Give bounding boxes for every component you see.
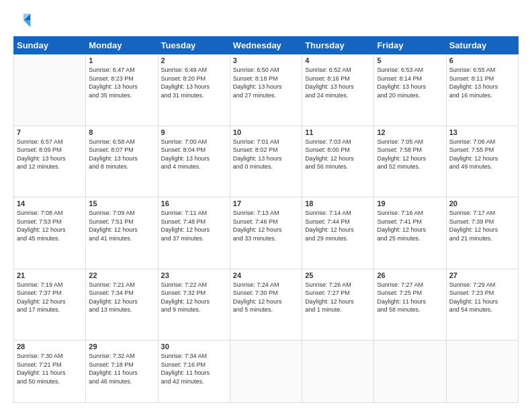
calendar-cell: 25Sunrise: 7:26 AM Sunset: 7:27 PM Dayli…: [302, 269, 374, 340]
calendar-cell: [230, 340, 302, 403]
calendar-cell: 14Sunrise: 7:08 AM Sunset: 7:53 PM Dayli…: [14, 197, 86, 269]
day-number: 23: [161, 271, 227, 279]
logo-icon: [13, 12, 32, 31]
calendar-cell: 8Sunrise: 6:58 AM Sunset: 8:07 PM Daylig…: [86, 126, 158, 197]
day-info: Sunrise: 7:00 AM Sunset: 8:04 PM Dayligh…: [161, 138, 227, 171]
calendar-cell: 12Sunrise: 7:05 AM Sunset: 7:58 PM Dayli…: [374, 126, 446, 197]
day-number: 24: [233, 271, 299, 279]
calendar-cell: [14, 54, 86, 126]
day-number: 1: [89, 56, 154, 64]
calendar-cell: 18Sunrise: 7:14 AM Sunset: 7:44 PM Dayli…: [302, 197, 374, 269]
weekday-header-sunday: Sunday: [14, 37, 86, 54]
day-number: 11: [305, 128, 371, 136]
day-number: 9: [161, 128, 227, 136]
day-info: Sunrise: 7:30 AM Sunset: 7:21 PM Dayligh…: [17, 352, 83, 385]
week-row-4: 21Sunrise: 7:19 AM Sunset: 7:37 PM Dayli…: [14, 269, 519, 340]
calendar-cell: 22Sunrise: 7:21 AM Sunset: 7:34 PM Dayli…: [86, 269, 158, 340]
day-number: 12: [377, 128, 443, 136]
day-number: 13: [449, 128, 515, 136]
day-info: Sunrise: 7:13 AM Sunset: 7:46 PM Dayligh…: [233, 209, 299, 242]
weekday-header-thursday: Thursday: [302, 37, 374, 54]
calendar-cell: 19Sunrise: 7:16 AM Sunset: 7:41 PM Dayli…: [374, 197, 446, 269]
svg-marker-1: [24, 21, 30, 28]
weekday-header-monday: Monday: [86, 37, 158, 54]
calendar-cell: [446, 340, 518, 403]
week-row-2: 7Sunrise: 6:57 AM Sunset: 8:09 PM Daylig…: [14, 126, 519, 197]
day-number: 25: [305, 271, 371, 279]
calendar-cell: 10Sunrise: 7:01 AM Sunset: 8:02 PM Dayli…: [230, 126, 302, 197]
day-info: Sunrise: 7:14 AM Sunset: 7:44 PM Dayligh…: [305, 209, 371, 242]
calendar-cell: 2Sunrise: 6:49 AM Sunset: 8:20 PM Daylig…: [158, 54, 230, 126]
day-info: Sunrise: 7:21 AM Sunset: 7:34 PM Dayligh…: [89, 281, 154, 314]
day-info: Sunrise: 7:03 AM Sunset: 8:00 PM Dayligh…: [305, 138, 371, 171]
calendar-cell: 7Sunrise: 6:57 AM Sunset: 8:09 PM Daylig…: [14, 126, 86, 197]
calendar-cell: 15Sunrise: 7:09 AM Sunset: 7:51 PM Dayli…: [86, 197, 158, 269]
week-row-3: 14Sunrise: 7:08 AM Sunset: 7:53 PM Dayli…: [14, 197, 519, 269]
calendar-cell: 11Sunrise: 7:03 AM Sunset: 8:00 PM Dayli…: [302, 126, 374, 197]
calendar-cell: 28Sunrise: 7:30 AM Sunset: 7:21 PM Dayli…: [14, 340, 86, 403]
day-number: 16: [161, 199, 227, 208]
day-info: Sunrise: 7:01 AM Sunset: 8:02 PM Dayligh…: [233, 138, 299, 171]
day-number: 3: [233, 56, 299, 64]
day-number: 29: [89, 342, 154, 351]
day-info: Sunrise: 7:27 AM Sunset: 7:25 PM Dayligh…: [377, 281, 443, 314]
day-info: Sunrise: 7:08 AM Sunset: 7:53 PM Dayligh…: [17, 209, 83, 242]
day-number: 19: [377, 199, 443, 208]
weekday-header-saturday: Saturday: [446, 37, 518, 54]
calendar-cell: 24Sunrise: 7:24 AM Sunset: 7:30 PM Dayli…: [230, 269, 302, 340]
weekday-header-friday: Friday: [374, 37, 446, 54]
weekday-header-tuesday: Tuesday: [158, 37, 230, 54]
calendar-cell: [374, 340, 446, 403]
day-info: Sunrise: 7:05 AM Sunset: 7:58 PM Dayligh…: [377, 138, 443, 171]
day-info: Sunrise: 7:29 AM Sunset: 7:23 PM Dayligh…: [449, 281, 515, 314]
day-number: 6: [449, 56, 515, 64]
calendar-cell: 9Sunrise: 7:00 AM Sunset: 8:04 PM Daylig…: [158, 126, 230, 197]
day-info: Sunrise: 7:16 AM Sunset: 7:41 PM Dayligh…: [377, 209, 443, 242]
week-row-5: 28Sunrise: 7:30 AM Sunset: 7:21 PM Dayli…: [14, 340, 519, 403]
day-info: Sunrise: 7:06 AM Sunset: 7:55 PM Dayligh…: [449, 138, 515, 171]
day-info: Sunrise: 6:52 AM Sunset: 8:16 PM Dayligh…: [305, 66, 371, 99]
day-info: Sunrise: 7:17 AM Sunset: 7:39 PM Dayligh…: [449, 209, 515, 242]
day-number: 30: [161, 342, 227, 351]
day-number: 2: [161, 56, 227, 64]
day-info: Sunrise: 6:55 AM Sunset: 8:11 PM Dayligh…: [449, 66, 515, 99]
day-info: Sunrise: 7:26 AM Sunset: 7:27 PM Dayligh…: [305, 281, 371, 314]
day-number: 7: [17, 128, 83, 136]
calendar-cell: 29Sunrise: 7:32 AM Sunset: 7:18 PM Dayli…: [86, 340, 158, 403]
calendar-cell: 21Sunrise: 7:19 AM Sunset: 7:37 PM Dayli…: [14, 269, 86, 340]
calendar-cell: 27Sunrise: 7:29 AM Sunset: 7:23 PM Dayli…: [446, 269, 518, 340]
calendar-cell: 23Sunrise: 7:22 AM Sunset: 7:32 PM Dayli…: [158, 269, 230, 340]
logo: [13, 12, 35, 31]
calendar-cell: 20Sunrise: 7:17 AM Sunset: 7:39 PM Dayli…: [446, 197, 518, 269]
day-number: 20: [449, 199, 515, 208]
calendar-cell: 3Sunrise: 6:50 AM Sunset: 8:18 PM Daylig…: [230, 54, 302, 126]
day-number: 14: [17, 199, 83, 208]
page-header: [13, 12, 519, 31]
day-info: Sunrise: 7:32 AM Sunset: 7:18 PM Dayligh…: [89, 352, 154, 385]
day-number: 26: [377, 271, 443, 279]
day-info: Sunrise: 7:09 AM Sunset: 7:51 PM Dayligh…: [89, 209, 154, 242]
calendar-cell: 26Sunrise: 7:27 AM Sunset: 7:25 PM Dayli…: [374, 269, 446, 340]
calendar-cell: 1Sunrise: 6:47 AM Sunset: 8:23 PM Daylig…: [86, 54, 158, 126]
day-number: 27: [449, 271, 515, 279]
day-info: Sunrise: 7:24 AM Sunset: 7:30 PM Dayligh…: [233, 281, 299, 314]
day-number: 8: [89, 128, 154, 136]
day-number: 4: [305, 56, 371, 64]
day-info: Sunrise: 7:19 AM Sunset: 7:37 PM Dayligh…: [17, 281, 83, 314]
day-info: Sunrise: 7:11 AM Sunset: 7:48 PM Dayligh…: [161, 209, 227, 242]
calendar-cell: 30Sunrise: 7:34 AM Sunset: 7:16 PM Dayli…: [158, 340, 230, 403]
day-number: 10: [233, 128, 299, 136]
weekday-header-wednesday: Wednesday: [230, 37, 302, 54]
day-number: 15: [89, 199, 154, 208]
day-number: 22: [89, 271, 154, 279]
calendar-cell: [302, 340, 374, 403]
day-number: 21: [17, 271, 83, 279]
calendar-cell: 16Sunrise: 7:11 AM Sunset: 7:48 PM Dayli…: [158, 197, 230, 269]
day-info: Sunrise: 6:58 AM Sunset: 8:07 PM Dayligh…: [89, 138, 154, 171]
calendar-table: SundayMondayTuesdayWednesdayThursdayFrid…: [13, 36, 519, 403]
weekday-header-row: SundayMondayTuesdayWednesdayThursdayFrid…: [14, 37, 519, 54]
calendar-cell: 4Sunrise: 6:52 AM Sunset: 8:16 PM Daylig…: [302, 54, 374, 126]
day-info: Sunrise: 6:49 AM Sunset: 8:20 PM Dayligh…: [161, 66, 227, 99]
day-number: 28: [17, 342, 83, 351]
day-info: Sunrise: 7:34 AM Sunset: 7:16 PM Dayligh…: [161, 352, 227, 385]
